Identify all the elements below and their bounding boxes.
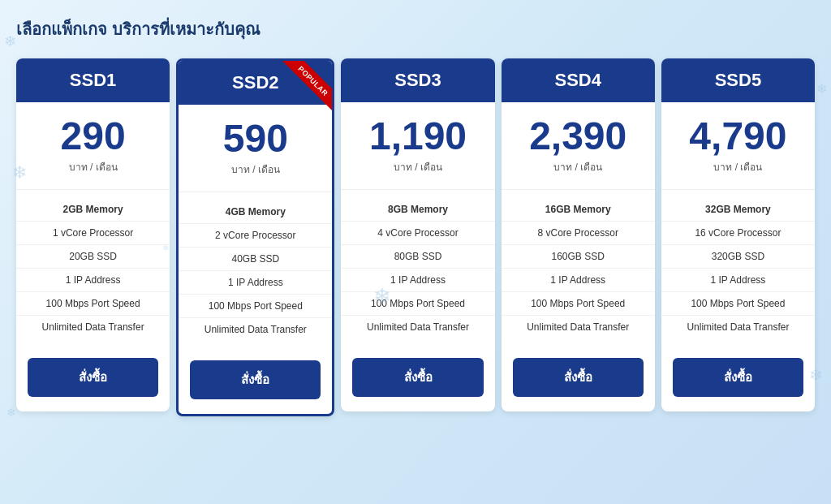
page-title: เลือกแพ็กเกจ บริการที่เหมาะกับคุณ bbox=[16, 16, 815, 42]
order-button-ssd5[interactable]: สั่งซื้อ bbox=[673, 358, 803, 397]
feature-item-ssd4-5: Unlimited Data Transfer bbox=[502, 316, 655, 338]
plan-footer-ssd1: สั่งซื้อ bbox=[16, 347, 170, 411]
feature-item-ssd1-5: Unlimited Data Transfer bbox=[16, 316, 170, 338]
feature-item-ssd1-2: 20GB SSD bbox=[16, 245, 170, 269]
feature-item-ssd4-3: 1 IP Address bbox=[502, 269, 655, 292]
plan-card-ssd2: SSD2POPULAR590บาท / เดือน4GB Memory2 vCo… bbox=[176, 58, 334, 416]
plan-footer-ssd3: สั่งซื้อ bbox=[341, 347, 494, 411]
order-button-ssd1[interactable]: สั่งซื้อ bbox=[28, 358, 158, 397]
plan-header-ssd5: SSD5 bbox=[661, 58, 815, 102]
feature-item-ssd1-0: 2GB Memory bbox=[16, 198, 170, 222]
plan-features-ssd1: 2GB Memory1 vCore Processor20GB SSD1 IP … bbox=[16, 190, 170, 347]
plan-unit-ssd3: บาท / เดือน bbox=[349, 159, 486, 174]
feature-item-ssd3-0: 8GB Memory bbox=[341, 198, 494, 222]
feature-item-ssd4-1: 8 vCore Processor bbox=[502, 222, 655, 245]
plan-header-ssd3: SSD3 bbox=[341, 58, 494, 102]
order-button-ssd4[interactable]: สั่งซื้อ bbox=[513, 358, 644, 397]
plan-price-section-ssd5: 4,790บาท / เดือน bbox=[661, 102, 815, 190]
plan-card-ssd5: SSD54,790บาท / เดือน32GB Memory16 vCore … bbox=[661, 58, 815, 411]
plan-features-ssd3: 8GB Memory4 vCore Processor80GB SSD1 IP … bbox=[341, 190, 494, 347]
plan-card-ssd4: SSD42,390บาท / เดือน16GB Memory8 vCore P… bbox=[502, 58, 655, 411]
plan-price-ssd4: 2,390 bbox=[510, 117, 647, 156]
plan-card-ssd1: SSD1290บาท / เดือน2GB Memory1 vCore Proc… bbox=[16, 58, 170, 411]
plan-header-ssd2: SSD2POPULAR bbox=[179, 61, 332, 105]
feature-item-ssd5-4: 100 Mbps Port Speed bbox=[661, 292, 815, 316]
plan-unit-ssd5: บาท / เดือน bbox=[670, 159, 807, 174]
snowflake-decoration: ❄ bbox=[816, 81, 827, 97]
snowflake-decoration: ❄ bbox=[6, 406, 16, 419]
plan-unit-ssd2: บาท / เดือน bbox=[187, 162, 324, 177]
plan-price-ssd1: 290 bbox=[24, 117, 161, 156]
feature-item-ssd2-3: 1 IP Address bbox=[179, 271, 332, 295]
feature-item-ssd3-3: 1 IP Address bbox=[341, 269, 494, 292]
plans-container: SSD1290บาท / เดือน2GB Memory1 vCore Proc… bbox=[16, 58, 815, 416]
feature-item-ssd2-5: Unlimited Data Transfer bbox=[179, 318, 332, 341]
feature-item-ssd5-3: 1 IP Address bbox=[661, 269, 815, 292]
feature-item-ssd2-1: 2 vCore Processor bbox=[179, 224, 332, 248]
plan-price-section-ssd3: 1,190บาท / เดือน bbox=[341, 102, 494, 190]
plan-features-ssd2: 4GB Memory2 vCore Processor40GB SSD1 IP … bbox=[179, 192, 332, 349]
plan-price-section-ssd2: 590บาท / เดือน bbox=[179, 105, 332, 192]
feature-item-ssd2-4: 100 Mbps Port Speed bbox=[179, 295, 332, 318]
feature-item-ssd1-3: 1 IP Address bbox=[16, 269, 170, 292]
feature-item-ssd4-2: 160GB SSD bbox=[502, 245, 655, 269]
plan-price-section-ssd1: 290บาท / เดือน bbox=[16, 102, 170, 190]
order-button-ssd3[interactable]: สั่งซื้อ bbox=[352, 358, 483, 397]
plan-unit-ssd4: บาท / เดือน bbox=[510, 159, 647, 174]
plan-footer-ssd4: สั่งซื้อ bbox=[502, 347, 655, 411]
plan-card-ssd3: SSD31,190บาท / เดือน8GB Memory4 vCore Pr… bbox=[341, 58, 494, 411]
feature-item-ssd4-0: 16GB Memory bbox=[502, 198, 655, 222]
feature-item-ssd3-4: 100 Mbps Port Speed bbox=[341, 292, 494, 316]
plan-price-ssd3: 1,190 bbox=[349, 117, 486, 156]
feature-item-ssd3-5: Unlimited Data Transfer bbox=[341, 316, 494, 338]
order-button-ssd2[interactable]: สั่งซื้อ bbox=[190, 360, 321, 399]
plan-footer-ssd2: สั่งซื้อ bbox=[179, 349, 332, 414]
plan-features-ssd5: 32GB Memory16 vCore Processor320GB SSD1 … bbox=[661, 190, 815, 347]
feature-item-ssd1-1: 1 vCore Processor bbox=[16, 222, 170, 245]
feature-item-ssd2-2: 40GB SSD bbox=[179, 248, 332, 271]
plan-price-section-ssd4: 2,390บาท / เดือน bbox=[502, 102, 655, 190]
feature-item-ssd5-2: 320GB SSD bbox=[661, 245, 815, 269]
plan-header-ssd1: SSD1 bbox=[16, 58, 170, 102]
plan-features-ssd4: 16GB Memory8 vCore Processor160GB SSD1 I… bbox=[502, 190, 655, 347]
feature-item-ssd3-1: 4 vCore Processor bbox=[341, 222, 494, 245]
feature-item-ssd1-4: 100 Mbps Port Speed bbox=[16, 292, 170, 316]
feature-item-ssd4-4: 100 Mbps Port Speed bbox=[502, 292, 655, 316]
feature-item-ssd5-5: Unlimited Data Transfer bbox=[661, 316, 815, 338]
feature-item-ssd5-0: 32GB Memory bbox=[661, 198, 815, 222]
plan-header-ssd4: SSD4 bbox=[502, 58, 655, 102]
snowflake-decoration: ❄ bbox=[4, 32, 16, 50]
plan-price-ssd5: 4,790 bbox=[670, 117, 807, 156]
feature-item-ssd5-1: 16 vCore Processor bbox=[661, 222, 815, 245]
feature-item-ssd2-0: 4GB Memory bbox=[179, 200, 332, 224]
feature-item-ssd3-2: 80GB SSD bbox=[341, 245, 494, 269]
plan-footer-ssd5: สั่งซื้อ bbox=[661, 347, 815, 411]
plan-price-ssd2: 590 bbox=[187, 119, 324, 158]
plan-unit-ssd1: บาท / เดือน bbox=[24, 159, 161, 174]
